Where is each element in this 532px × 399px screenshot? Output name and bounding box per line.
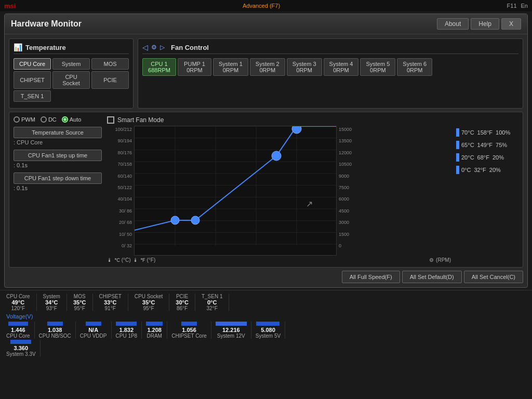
- y-label-10: 0/ 32: [107, 243, 132, 248]
- graph-with-axis: 100/212 90/194 80/176 70/158 60/140 50/1…: [107, 126, 451, 256]
- sensor-pcie-name: PCIE: [176, 294, 189, 299]
- y-right-0: 15000: [339, 127, 360, 132]
- fan-tab-system1[interactable]: System 10RPM: [213, 58, 248, 76]
- temp-btn-cpu-core[interactable]: CPU Core: [14, 58, 51, 70]
- temp-btn-tsen1[interactable]: T_SEN 1: [14, 90, 51, 102]
- sensor-mos-name: MOS: [73, 294, 86, 299]
- fahrenheit-icon: 🌡: [133, 257, 138, 263]
- voltage-bar-container-1: [39, 322, 71, 326]
- y-right-5: 7500: [339, 185, 360, 190]
- svg-text:↗: ↗: [306, 200, 313, 208]
- svg-point-19: [292, 126, 301, 134]
- fan-panel-title: Fan Control: [171, 44, 209, 51]
- temp-btn-chipset[interactable]: CHIPSET: [14, 71, 51, 89]
- about-button[interactable]: About: [437, 18, 469, 30]
- pwm-radio[interactable]: PWM: [14, 116, 35, 123]
- step-down-button[interactable]: CPU Fan1 step down time: [14, 172, 102, 184]
- voltage-val-5: 1.056: [171, 327, 207, 333]
- sensor-chipset: CHIPSET 33°C 91°F: [93, 294, 128, 311]
- voltage-bar-container-0: [6, 322, 30, 326]
- mode-radio-group: PWM DC Auto: [14, 116, 102, 123]
- dc-radio[interactable]: DC: [41, 116, 57, 123]
- close-button[interactable]: X: [501, 18, 521, 30]
- voltage-bar-container-8: [6, 340, 36, 344]
- footer-temp-labels: 🌡 ℃ (°C) 🌡 ℉ (°F): [107, 257, 155, 263]
- y-label-5: 50/122: [107, 185, 132, 190]
- temp-btn-system[interactable]: System: [52, 58, 90, 70]
- step-up-value: : 0.1s: [14, 162, 102, 168]
- graph-section: PWM DC Auto Temperature Source : CPU Cor…: [9, 112, 523, 268]
- voltage-bar-8: [10, 340, 31, 344]
- voltage-bar-container-4: [146, 322, 163, 326]
- temp-source-button[interactable]: Temperature Source: [14, 127, 102, 138]
- voltage-bar-container-6: [216, 322, 247, 326]
- temp-celsius-0: 70°C: [461, 129, 474, 136]
- voltage-system-5v: 5.080 System 5V: [251, 322, 285, 339]
- temp-pct-3: 20%: [489, 167, 501, 173]
- full-speed-button[interactable]: All Full Speed(F): [342, 271, 400, 283]
- footer-rpm-labels: ⚙ (RPM): [429, 257, 451, 263]
- auto-radio[interactable]: Auto: [62, 116, 82, 123]
- y-axis-left: 100/212 90/194 80/176 70/158 60/140 50/1…: [107, 126, 132, 256]
- help-button[interactable]: Help: [471, 18, 499, 30]
- sensor-chipset-name: CHIPSET: [99, 294, 122, 299]
- set-cancel-button[interactable]: All Set Cancel(C): [464, 271, 523, 283]
- sensor-tsen1-fahr: 32°F: [202, 305, 223, 311]
- voltage-cpu-1p8: 1.832 CPU 1P8: [112, 322, 142, 339]
- sensor-pcie-fahr: 86°F: [176, 305, 189, 311]
- voltage-bar-1: [47, 322, 63, 326]
- fan-tab-cpu1[interactable]: CPU 1688RPM: [142, 58, 176, 76]
- voltage-cpu-nb: 1.038 CPU NB/SOC: [35, 322, 76, 339]
- temp-celsius-3: 0°C: [461, 167, 471, 173]
- fan-tab-system6[interactable]: System 60RPM: [397, 58, 432, 76]
- fan-tab-system3[interactable]: System 30RPM: [287, 58, 322, 76]
- temp-row-0: 70°C 158°F 100%: [456, 127, 518, 138]
- y-label-2: 80/176: [107, 150, 132, 155]
- smart-fan-label: Smart Fan Mode: [117, 116, 164, 124]
- voltage-val-0: 1.446: [6, 327, 30, 333]
- step-up-button[interactable]: CPU Fan1 step up time: [14, 150, 102, 161]
- fan-tab-system2[interactable]: System 20RPM: [250, 58, 285, 76]
- y-axis-right: 15000 13500 12000 10500 9000 7500 6000 4…: [339, 126, 360, 256]
- smart-fan-checkbox[interactable]: [107, 116, 114, 124]
- temp-celsius-2: 20°C: [461, 154, 474, 161]
- fahrenheit-label: ℉ (°F): [140, 257, 156, 263]
- voltage-val-2: N/A: [80, 327, 107, 333]
- top-panels: 📊 Temperature CPU Core System MOS CHIPSE…: [9, 38, 523, 109]
- sensor-pcie-celsius: 30°C: [176, 299, 189, 305]
- temp-fahr-1: 149°F: [477, 142, 493, 148]
- temp-btn-mos[interactable]: MOS: [91, 58, 129, 70]
- temp-btn-pcie[interactable]: PCIE: [91, 71, 129, 89]
- voltage-name-0: CPU Core: [6, 333, 30, 339]
- sensor-mos-celsius: 35°C: [73, 299, 86, 305]
- voltage-bar-0: [8, 322, 28, 326]
- fan-rpm-icon: ⚙: [429, 257, 434, 263]
- title-buttons: About Help X: [437, 18, 521, 30]
- y-right-2: 12000: [339, 150, 360, 155]
- sensor-cpu-socket: CPU Socket 35°C 95°F: [128, 294, 169, 311]
- voltage-cpu-vddp: N/A CPU VDDP: [76, 322, 112, 339]
- y-right-10: 0: [339, 243, 360, 248]
- sensor-mos: MOS 35°C 95°F: [67, 294, 93, 311]
- sensor-system-celsius: 34°C: [43, 299, 60, 305]
- auto-radio-circle: [62, 116, 68, 123]
- fan-tab-pump1[interactable]: PUMP 10RPM: [178, 58, 211, 76]
- fan-curve-chart[interactable]: ↗: [134, 126, 337, 256]
- sensor-cpu-socket-celsius: 35°C: [135, 299, 163, 305]
- fan-arrow-right: ▷: [160, 44, 165, 51]
- voltage-val-1: 1.038: [39, 327, 71, 333]
- y-right-4: 9000: [339, 174, 360, 179]
- y-label-3: 70/158: [107, 162, 132, 167]
- voltage-name-3: CPU 1P8: [116, 333, 138, 339]
- graph-footer: 🌡 ℃ (°C) 🌡 ℉ (°F) ⚙ (RPM): [107, 257, 451, 263]
- voltage-val-8: 3.360: [6, 345, 36, 351]
- voltage-system-3v3: 3.360 System 3.3V: [6, 340, 41, 357]
- temp-btn-cpu-socket[interactable]: CPU Socket: [52, 71, 90, 89]
- temp-panel-header: 📊 Temperature: [14, 43, 129, 54]
- fan-tab-system4[interactable]: System 40RPM: [324, 58, 359, 76]
- voltage-bar-container-7: [256, 322, 281, 326]
- fan-tab-system5[interactable]: System 50RPM: [360, 58, 395, 76]
- step-up-group: CPU Fan1 step up time : 0.1s: [14, 150, 102, 168]
- set-default-button[interactable]: All Set Default(D): [402, 271, 462, 283]
- sensor-tsen1-celsius: 0°C: [202, 299, 223, 305]
